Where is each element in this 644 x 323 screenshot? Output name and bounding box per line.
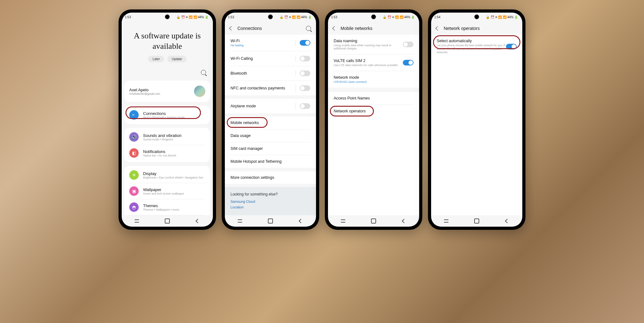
settings-item-connections[interactable]: ᯤ ConnectionsWi-Fi • Bluetooth • Airplan… (124, 107, 210, 123)
bell-icon: ◧ (129, 148, 139, 158)
avatar (194, 86, 205, 97)
row-wifi-calling[interactable]: Wi-Fi Calling (225, 51, 316, 66)
volte-toggle[interactable] (403, 60, 414, 65)
row-more-settings[interactable]: More connection settings (225, 171, 316, 184)
row-volte[interactable]: VoLTE calls SIM 2Use LTE data networks f… (328, 54, 419, 71)
nav-recent[interactable] (338, 219, 348, 223)
wifi-toggle[interactable] (300, 40, 310, 46)
row-wifi[interactable]: Wi-FiHa hatdog (225, 35, 316, 51)
phone-4: 1:54 🔒 ⏰ ✕ 📶 📶 44% 🔋 Network operators S… (428, 9, 525, 230)
wifi-icon: ᯤ (129, 110, 139, 120)
update-banner-title: A software update is available (122, 21, 213, 56)
back-icon[interactable] (229, 26, 234, 31)
row-network-mode[interactable]: Network modeLTE/3G/2G (auto connect) (328, 71, 419, 88)
link-location[interactable]: Location (230, 205, 310, 209)
page-title: Connections (237, 26, 302, 31)
back-icon[interactable] (436, 26, 440, 31)
row-mobile-networks[interactable]: Mobile networks (225, 116, 316, 129)
nav-bar (225, 215, 316, 227)
phone-3: 1:53 🔒 ⏰ ✕ 📶 📶 44% 🔋 Mobile networks Dat… (325, 9, 422, 230)
row-data-usage[interactable]: Data usage (225, 129, 316, 142)
nav-home[interactable] (266, 218, 275, 224)
status-right: 🔒 ⏰ ✕ 📶 📶 44% 🔋 (280, 15, 312, 19)
row-hotspot[interactable]: Mobile Hotspot and Tethering (225, 155, 316, 168)
sound-icon: 🔊 (129, 132, 139, 142)
nav-back[interactable] (193, 219, 203, 223)
back-icon[interactable] (332, 26, 337, 31)
wifi-calling-toggle[interactable] (300, 56, 310, 61)
nav-recent[interactable] (441, 219, 451, 223)
nav-back[interactable] (296, 219, 306, 223)
status-right: 🔒 ⏰ ✕ 📶 📶 44% 🔋 (486, 15, 518, 19)
profile-name: Axel Apelo (129, 88, 190, 92)
nfc-toggle[interactable] (300, 85, 310, 91)
nav-home[interactable] (369, 218, 378, 224)
row-airplane[interactable]: Airplane mode (225, 99, 316, 113)
settings-item-display[interactable]: ☀ DisplayBrightness • Eye comfort shield… (124, 167, 210, 183)
nav-recent[interactable] (235, 219, 245, 223)
select-auto-toggle[interactable] (506, 44, 517, 49)
row-sim-manager[interactable]: SIM card manager (225, 142, 316, 155)
status-right: 🔒 ⏰ ✕ 📶 📶 44% 🔋 (176, 15, 208, 19)
airplane-toggle[interactable] (300, 103, 310, 109)
nav-home[interactable] (163, 218, 172, 224)
row-bluetooth[interactable]: Bluetooth (225, 66, 316, 81)
status-time: 1:53 (125, 15, 131, 19)
nav-back[interactable] (502, 219, 512, 223)
update-button[interactable]: Update (167, 56, 186, 62)
settings-item-sounds[interactable]: 🔊 Sounds and vibrationSound mode • Ringt… (124, 129, 210, 145)
settings-item-themes[interactable]: ◓ ThemesThemes • Wallpapers • Icons (124, 199, 210, 215)
roaming-toggle[interactable] (403, 42, 414, 47)
later-button[interactable]: Later (148, 56, 164, 62)
screen-network-operators: 1:54 🔒 ⏰ ✕ 📶 📶 44% 🔋 Network operators S… (431, 13, 522, 227)
nav-home[interactable] (472, 218, 481, 224)
profile-row[interactable]: Axel Apelo rchxlrdschtz@gmail.com (124, 82, 210, 101)
profile-email: rchxlrdschtz@gmail.com (129, 92, 190, 95)
nav-bar (122, 215, 213, 227)
status-bar: 1:53 🔒 ⏰ ✕ 📶 📶 44% 🔋 (122, 13, 213, 21)
phone-1: 1:53 🔒 ⏰ ✕ 📶 📶 44% 🔋 A software update i… (119, 9, 216, 230)
nav-bar (328, 215, 419, 227)
themes-icon: ◓ (129, 202, 139, 212)
row-network-operators[interactable]: Network operators (328, 105, 419, 117)
settings-item-notifications[interactable]: ◧ NotificationsStatus bar • Do not distu… (124, 145, 210, 161)
page-title: Network operators (444, 26, 517, 31)
status-right: 🔒 ⏰ ✕ 📶 📶 44% 🔋 (383, 15, 415, 19)
row-select-automatically[interactable]: Select automaticallyLet your phone choos… (431, 35, 522, 58)
nav-back[interactable] (399, 219, 409, 223)
status-bar: 1:53 🔒 ⏰ ✕ 📶 📶 44% 🔋 (225, 13, 316, 21)
status-bar: 1:54 🔒 ⏰ ✕ 📶 📶 44% 🔋 (431, 13, 522, 21)
link-samsung-cloud[interactable]: Samsung Cloud (230, 200, 310, 203)
nav-recent[interactable] (132, 219, 142, 223)
phone-2: 1:53 🔒 ⏰ ✕ 📶 📶 44% 🔋 Connections Wi-FiHa… (222, 9, 319, 230)
settings-item-wallpaper[interactable]: ▣ WallpaperHome and lock screen wallpape… (124, 183, 210, 199)
page-title: Mobile networks (341, 26, 414, 31)
wallpaper-icon: ▣ (129, 186, 139, 196)
row-nfc[interactable]: NFC and contactless payments (225, 81, 316, 95)
footer-help: Looking for something else? Samsung Clou… (225, 187, 316, 215)
row-apn[interactable]: Access Point Names (328, 92, 419, 105)
status-time: 1:54 (434, 15, 440, 19)
status-time: 1:53 (228, 15, 234, 19)
screen-connections: 1:53 🔒 ⏰ ✕ 📶 📶 44% 🔋 Connections Wi-FiHa… (225, 13, 316, 227)
nav-bar (431, 215, 522, 227)
status-time: 1:53 (331, 15, 337, 19)
search-icon[interactable] (201, 70, 206, 75)
row-data-roaming[interactable]: Data roamingUsing mobile data while roam… (328, 35, 419, 54)
screen-mobile-networks: 1:53 🔒 ⏰ ✕ 📶 📶 44% 🔋 Mobile networks Dat… (328, 13, 419, 227)
bluetooth-toggle[interactable] (300, 71, 310, 76)
display-icon: ☀ (129, 170, 139, 180)
status-bar: 1:53 🔒 ⏰ ✕ 📶 📶 44% 🔋 (328, 13, 419, 21)
search-icon[interactable] (306, 26, 311, 31)
screen-settings-main: 1:53 🔒 ⏰ ✕ 📶 📶 44% 🔋 A software update i… (122, 13, 213, 227)
